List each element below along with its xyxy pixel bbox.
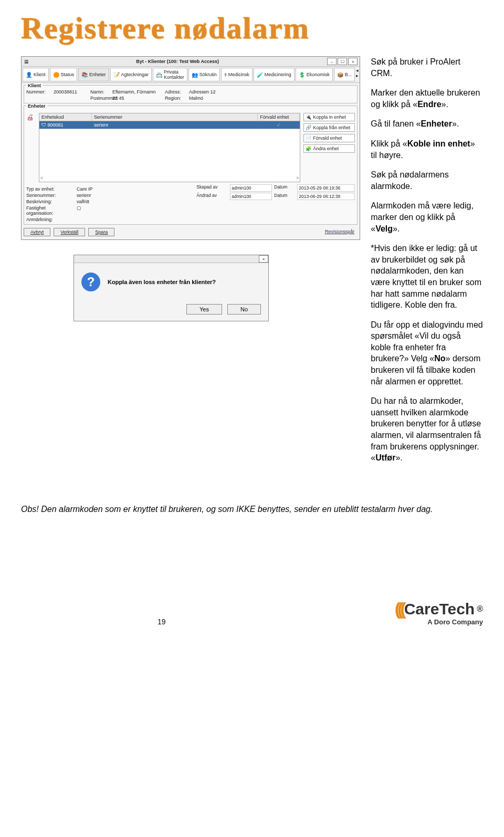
- nummer-label: Nummer:: [26, 89, 54, 95]
- minimize-button[interactable]: –: [327, 58, 337, 65]
- tab-scroll-icon[interactable]: ◂ ▸: [356, 68, 359, 81]
- people-icon: 👥: [192, 72, 198, 78]
- besk-value: valfritt: [77, 199, 140, 204]
- andrad-datum-label: Datum: [274, 193, 295, 200]
- instr-p3: Gå til fanen «Enheter».: [371, 118, 483, 130]
- notes-icon: 📝: [113, 72, 120, 78]
- typ-label: Typ av enhet:: [26, 186, 74, 192]
- region-value: Malmö: [189, 96, 231, 101]
- logo-marks-icon: (((: [395, 599, 403, 619]
- page-number: 19: [158, 618, 166, 626]
- tab-enheter[interactable]: 📚Enheter: [78, 68, 109, 81]
- btn-label: Ändra enhet: [313, 146, 339, 151]
- ser-value: serienr: [77, 193, 140, 198]
- page-title: Registrere nødalarm: [21, 11, 483, 46]
- typ-value: Care IP: [77, 186, 140, 192]
- skapad-datum-label: Datum: [274, 184, 295, 192]
- adress-value: Adressen 12: [189, 89, 231, 95]
- adress-label: Adress:: [165, 89, 189, 95]
- koppla-fran-button[interactable]: 🔗Koppla från enhet: [303, 123, 355, 132]
- dialog-yes-button[interactable]: Yes: [186, 304, 222, 315]
- btn-label: Spara: [95, 229, 108, 235]
- status-icon: 🟠: [53, 72, 59, 78]
- question-icon: ?: [81, 273, 100, 291]
- col-enhetskod[interactable]: Enhetskod: [39, 113, 92, 121]
- instr-p5: Søk på nødalarmens alarmkode.: [371, 169, 483, 192]
- cell-forvald-check-icon: ✓: [258, 121, 300, 129]
- tab-label: Agteckningar: [121, 72, 149, 77]
- tab-ekonomisk[interactable]: 💲Ekonomisk: [296, 68, 333, 81]
- tab-label: Medicinering: [265, 72, 291, 77]
- logo-word: CareTech: [404, 600, 475, 618]
- tab-more[interactable]: 📦B...: [334, 68, 355, 81]
- tab-label: Klient: [34, 72, 46, 77]
- post-value: 23 45: [112, 96, 165, 101]
- tab-privata[interactable]: 📇Privata Kontakter: [153, 68, 187, 81]
- btn-label: Avbryt: [30, 229, 44, 235]
- box-icon: 📦: [337, 72, 343, 78]
- units-icon: 📚: [81, 72, 88, 78]
- klient-legend: Klient: [26, 83, 43, 88]
- tab-medicinsk[interactable]: ⚕Medicinsk: [221, 68, 253, 81]
- close-button[interactable]: ×: [348, 58, 358, 65]
- skapad-by: admin100: [230, 184, 272, 192]
- andrad-datum: 2013-06-29 08:12:38: [297, 193, 355, 200]
- enheter-legend: Enheter: [26, 103, 47, 109]
- org-checkbox[interactable]: ▢: [77, 205, 140, 216]
- confirm-dialog: × ? Koppla även loss enheter från klient…: [74, 255, 269, 321]
- money-icon: 💲: [299, 72, 305, 78]
- device-icon: 🖨: [26, 113, 36, 182]
- verkstall-button[interactable]: Verkställ: [54, 228, 85, 236]
- window-title: Byt - Klienter (100: Test Web Access): [29, 59, 326, 64]
- tab-label: Enheter: [89, 72, 106, 77]
- koppla-in-button[interactable]: 🔌Koppla in enhet: [303, 113, 355, 121]
- pill-icon: 🧪: [257, 72, 263, 78]
- instructions-column: Søk på bruker i ProAlert CRM. Marker den…: [371, 56, 483, 472]
- tab-agteckningar[interactable]: 📝Agteckningar: [110, 68, 152, 81]
- instr-p2: Marker den aktuelle brukeren og klikk på…: [371, 87, 483, 110]
- tab-label: B...: [345, 72, 352, 77]
- instr-p4: Klikk på «Koble inn enhet» til høyre.: [371, 138, 483, 161]
- skapad-datum: 2013-05-29 08:19:36: [297, 184, 355, 192]
- andrad-by: admin100: [230, 193, 272, 200]
- spara-button[interactable]: Spara: [88, 228, 114, 236]
- table-row[interactable]: 🛡 800081 serienr ✓: [39, 121, 300, 129]
- tab-label: Ekonomisk: [307, 72, 330, 77]
- besk-label: Beskrivning:: [26, 199, 74, 204]
- andra-button[interactable]: 🧩Ändra enhet: [303, 144, 355, 153]
- doc-icon: 📄: [306, 135, 311, 141]
- region-label: Region:: [165, 96, 189, 101]
- instr-p6: Alarmkoden må være ledig, marker den og …: [371, 200, 483, 234]
- scroll-right-icon[interactable]: >: [296, 175, 299, 181]
- col-serienummer[interactable]: Serienummer: [92, 113, 258, 121]
- tab-label: Privata Kontakter: [164, 69, 184, 80]
- skapad-label: Skapad av: [196, 184, 228, 192]
- maximize-button[interactable]: ☐: [338, 58, 347, 65]
- scroll-left-icon[interactable]: <: [40, 175, 43, 181]
- dialog-close-button[interactable]: ×: [259, 255, 268, 263]
- andrad-label: Ändrad av: [196, 193, 228, 200]
- namn-label: Namn:: [90, 89, 112, 95]
- avbryt-button[interactable]: Avbryt: [24, 228, 50, 236]
- units-grid: Enhetskod Serienummer Förvald enhet 🛡 80…: [39, 113, 300, 182]
- tab-status[interactable]: 🟠Status: [50, 68, 78, 81]
- tab-medicinering[interactable]: 🧪Medicinering: [254, 68, 295, 81]
- dialog-no-button[interactable]: No: [227, 304, 261, 315]
- revisionsspar-link[interactable]: Revisionsspår: [322, 228, 358, 236]
- cell-serienr: serienr: [92, 121, 258, 129]
- unlink-icon: 🔗: [306, 125, 311, 130]
- instr-p1: Søk på bruker i ProAlert CRM.: [371, 56, 483, 79]
- col-forvald[interactable]: Förvald enhet: [258, 113, 300, 121]
- nummer-value: 200038811: [54, 89, 90, 95]
- tab-sokrutin[interactable]: 👥Sökrutin: [188, 68, 220, 81]
- caretech-logo: ((( CareTech ® A Doro Company: [395, 599, 483, 626]
- enheter-section: Enheter 🖨 Enhetskod Serienummer Förvald …: [24, 106, 358, 225]
- forvald-button[interactable]: 📄Förvald enhet: [303, 134, 355, 142]
- tab-label: Sökrutin: [200, 72, 217, 77]
- btn-label: Koppla in enhet: [313, 114, 346, 120]
- org-label: Fastighet organisation:: [26, 205, 74, 216]
- tab-klient[interactable]: 👤Klient: [23, 68, 49, 81]
- anm-label: Anmärkning:: [26, 217, 74, 222]
- btn-label: Koppla från enhet: [313, 125, 350, 130]
- instr-p7: *Hvis den ikke er ledig: gå ut av bruker…: [371, 243, 483, 311]
